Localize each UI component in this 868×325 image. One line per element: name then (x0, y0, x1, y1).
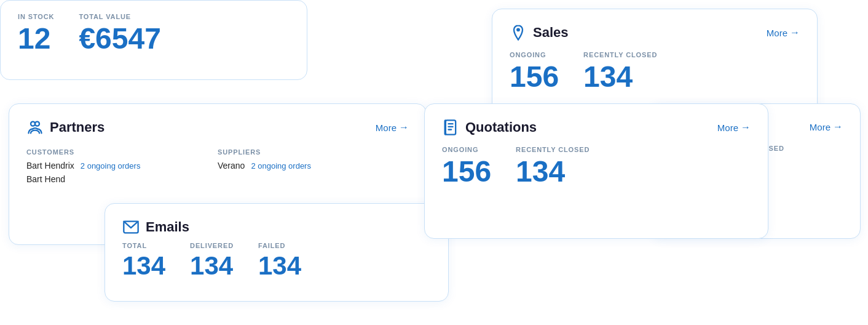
quotations-icon (442, 119, 459, 136)
quotations-more-arrow-icon: → (741, 122, 751, 133)
list-item: Bart Hendrix 2 ongoing orders (26, 161, 218, 171)
sales-recently-closed-value: 134 (583, 61, 657, 94)
emails-delivered-value: 134 (190, 252, 234, 280)
emails-total-value: 134 (122, 252, 165, 280)
quotations-more-link[interactable]: More → (717, 122, 751, 133)
emails-total-label: TOTAL (122, 242, 165, 249)
list-item: Verano 2 ongoing orders (218, 161, 409, 171)
quotations-ongoing-value: 156 (442, 156, 491, 188)
supplier-1-name: Verano (218, 161, 245, 171)
emails-failed-label: FAILED (258, 242, 301, 249)
inventory-total-value-value: €6547 (79, 23, 160, 55)
emails-icon (122, 219, 140, 236)
sales-more-link[interactable]: More → (767, 27, 800, 38)
partners-more-arrow-icon: → (399, 122, 409, 133)
inventory-in-stock-label: IN STOCK (18, 13, 54, 20)
emails-card: Emails TOTAL 134 DELIVERED 134 FAILED 13… (105, 203, 449, 302)
partners-icon (26, 119, 44, 136)
customer-2-name: Bart Hend (26, 174, 65, 184)
partners-title: Partners (50, 119, 105, 135)
inventory-total-value-label: TOTAL VALUE (79, 13, 160, 20)
customers-label: CUSTOMERS (26, 148, 74, 156)
supplier-1-link[interactable]: 2 ongoing orders (251, 161, 311, 171)
sales-ongoing-label: ONGOING (510, 51, 559, 58)
quotations-recently-closed-label: RECENTLY CLOSED (516, 146, 590, 153)
inventory-in-stock-value: 12 (18, 23, 54, 55)
suppliers-label: SUPPLIERS (218, 148, 261, 156)
quotations-card: Quotations More → ONGOING 156 RECENTLY C… (424, 103, 768, 239)
emails-title: Emails (146, 219, 189, 235)
sales-icon (510, 24, 527, 41)
purchases-more-link[interactable]: More → (810, 121, 843, 132)
quotations-recently-closed-value: 134 (516, 156, 590, 188)
svg-point-2 (35, 122, 39, 126)
inventory-card: IN STOCK 12 TOTAL VALUE €6547 (0, 0, 307, 80)
emails-delivered-label: DELIVERED (190, 242, 234, 249)
partners-more-link[interactable]: More → (376, 122, 409, 133)
sales-more-arrow-icon: → (790, 27, 800, 38)
emails-failed-value: 134 (258, 252, 301, 280)
customer-1-name: Bart Hendrix (26, 161, 74, 171)
quotations-title: Quotations (465, 119, 537, 135)
svg-point-0 (516, 28, 520, 31)
sales-recently-closed-label: RECENTLY CLOSED (583, 51, 657, 58)
sales-ongoing-value: 156 (510, 61, 559, 94)
list-item: Bart Hend (26, 174, 218, 184)
purchases-more-arrow-icon: → (833, 121, 843, 132)
customer-1-link[interactable]: 2 ongoing orders (81, 161, 141, 171)
quotations-ongoing-label: ONGOING (442, 146, 491, 153)
sales-title: Sales (533, 25, 569, 41)
